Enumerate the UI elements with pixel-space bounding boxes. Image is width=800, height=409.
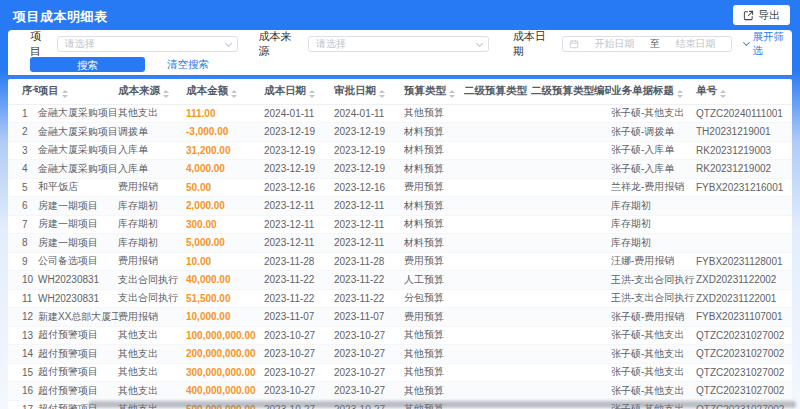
table-cell: 9 bbox=[8, 252, 38, 271]
date-range-separator: 至 bbox=[650, 37, 660, 51]
table-cell: 房建一期项目 bbox=[38, 197, 118, 216]
table-cell: 2023-12-19 bbox=[264, 160, 334, 179]
table-row: 15超付预警项目其他支出300,000,000.002023-10-272023… bbox=[8, 363, 792, 382]
column-label: 审批日期 bbox=[334, 84, 376, 96]
table-cell bbox=[531, 271, 611, 290]
table-cell bbox=[531, 178, 611, 197]
table-cell: 2023-12-19 bbox=[334, 141, 404, 160]
table-cell bbox=[464, 160, 531, 179]
column-header-1[interactable]: 项目 bbox=[38, 79, 118, 104]
table-row: 16超付预警项目其他支出400,000,000.002023-10-272023… bbox=[8, 382, 792, 401]
table-cell: 14 bbox=[8, 345, 38, 364]
expand-filters-link[interactable]: 展开筛选 bbox=[744, 30, 792, 58]
table-cell: 17 bbox=[8, 400, 38, 409]
table-cell: 2023-11-22 bbox=[334, 289, 404, 308]
search-button[interactable]: 搜索 bbox=[30, 57, 145, 72]
table-cell: 11 bbox=[8, 289, 38, 308]
cost-source-select[interactable]: 请选择 bbox=[308, 36, 489, 52]
table-cell: 100,000,000.00 bbox=[186, 326, 264, 345]
table-cell: 2 bbox=[8, 123, 38, 142]
table-cell: 50.00 bbox=[186, 178, 264, 197]
chevron-down-icon bbox=[743, 39, 750, 46]
top-bar: 项目成本明细表 导出 bbox=[0, 0, 800, 30]
column-header-6[interactable]: 预算类型 bbox=[404, 79, 464, 104]
project-filter-label: 项目 bbox=[30, 29, 51, 59]
table-cell: 2023-12-19 bbox=[264, 141, 334, 160]
table-cell: 张子硕-调拨单 bbox=[611, 123, 696, 142]
table-cell: 40,000.00 bbox=[186, 271, 264, 290]
table-cell: 5,000.00 bbox=[186, 234, 264, 253]
column-header-10[interactable]: 单号 bbox=[696, 79, 792, 104]
table-cell: 费用报销 bbox=[118, 178, 186, 197]
table-cell: 12 bbox=[8, 308, 38, 327]
column-label: 成本日期 bbox=[264, 84, 306, 96]
sort-icon[interactable] bbox=[309, 90, 315, 98]
export-button-label: 导出 bbox=[758, 8, 780, 23]
table-cell: 2023-12-11 bbox=[334, 234, 404, 253]
table-cell bbox=[531, 363, 611, 382]
start-date-input[interactable]: 开始日期 bbox=[585, 37, 644, 51]
column-header-5[interactable]: 审批日期 bbox=[334, 79, 404, 104]
table-cell: 库存期初 bbox=[611, 197, 696, 216]
clear-search-button[interactable]: 清空搜索 bbox=[167, 58, 209, 72]
table-cell: 2023-11-28 bbox=[264, 252, 334, 271]
table-cell: QTZC20231027002 bbox=[696, 363, 792, 382]
table-cell: 材料预算 bbox=[404, 141, 464, 160]
table-row: 4金融大厦采购项目入库单4,000.002023-12-192023-12-19… bbox=[8, 160, 792, 179]
sort-icon[interactable] bbox=[62, 90, 68, 98]
sort-icon[interactable] bbox=[720, 90, 726, 98]
table-cell: 其他支出 bbox=[118, 104, 186, 123]
table-row: 9公司备选项目费用报销10.002023-11-282023-11-28费用预算… bbox=[8, 252, 792, 271]
table-cell: 张子硕-其他支出 bbox=[611, 382, 696, 401]
table-cell: QTZC20231027002 bbox=[696, 345, 792, 364]
table-cell bbox=[531, 141, 611, 160]
table-cell: 400,000,000.00 bbox=[186, 382, 264, 401]
table-cell: 材料预算 bbox=[404, 123, 464, 142]
table-row: 5和平饭店费用报销50.002023-12-162023-12-16费用预算兰祥… bbox=[8, 178, 792, 197]
project-select[interactable]: 请选择 bbox=[57, 36, 239, 52]
table-cell: 房建一期项目 bbox=[38, 215, 118, 234]
table-cell: 10,000.00 bbox=[186, 308, 264, 327]
table-cell: 10.00 bbox=[186, 252, 264, 271]
table-cell: RK20231219003 bbox=[696, 141, 792, 160]
sort-icon[interactable] bbox=[379, 90, 385, 98]
column-header-4[interactable]: 成本日期 bbox=[264, 79, 334, 104]
table-cell: 16 bbox=[8, 382, 38, 401]
table-cell: RK20231219002 bbox=[696, 160, 792, 179]
table-cell: 其他预算 bbox=[404, 382, 464, 401]
column-header-8[interactable]: 二级预算类型编码 bbox=[531, 79, 611, 104]
table-cell: 金融大厦采购项目 bbox=[38, 141, 118, 160]
table-cell: WH20230831 bbox=[38, 271, 118, 290]
table-cell bbox=[531, 382, 611, 401]
table-cell: 2023-12-11 bbox=[264, 234, 334, 253]
table-body: 1金融大厦采购项目其他支出111.002024-01-112024-01-11其… bbox=[8, 104, 792, 409]
table-cell: 4,000.00 bbox=[186, 160, 264, 179]
cost-date-range-picker[interactable]: 开始日期 至 结束日期 bbox=[562, 36, 732, 52]
table-cell bbox=[464, 178, 531, 197]
sort-icon[interactable] bbox=[449, 90, 455, 98]
sort-icon[interactable] bbox=[163, 90, 169, 98]
filter-row: 项目 请选择 成本来源 请选择 成本日期 开始日期 至 结束日期 展开筛选 bbox=[8, 36, 792, 52]
column-header-7[interactable]: 二级预算类型 bbox=[464, 79, 531, 104]
cost-source-filter-label: 成本来源 bbox=[258, 29, 300, 59]
table-cell: 2023-12-11 bbox=[264, 215, 334, 234]
table-cell: 库存期初 bbox=[611, 215, 696, 234]
table-cell bbox=[531, 197, 611, 216]
table-cell: 2023-12-19 bbox=[334, 160, 404, 179]
sort-icon[interactable] bbox=[677, 90, 683, 98]
table-cell: 其他支出 bbox=[118, 326, 186, 345]
table-cell: 金融大厦采购项目 bbox=[38, 160, 118, 179]
table-cell: 张子硕-其他支出 bbox=[611, 363, 696, 382]
export-button[interactable]: 导出 bbox=[733, 5, 790, 25]
sort-icon[interactable] bbox=[231, 90, 237, 98]
horizontal-scrollbar[interactable] bbox=[88, 401, 796, 408]
table-cell: 其他预算 bbox=[404, 326, 464, 345]
table-cell bbox=[464, 215, 531, 234]
end-date-input[interactable]: 结束日期 bbox=[666, 37, 725, 51]
table-cell: 其他支出 bbox=[118, 382, 186, 401]
column-header-3[interactable]: 成本金额 bbox=[186, 79, 264, 104]
table-cell: 材料预算 bbox=[404, 234, 464, 253]
column-header-2[interactable]: 成本来源 bbox=[118, 79, 186, 104]
table-cell: 库存期初 bbox=[611, 234, 696, 253]
column-header-9[interactable]: 业务单据标题 bbox=[611, 79, 696, 104]
